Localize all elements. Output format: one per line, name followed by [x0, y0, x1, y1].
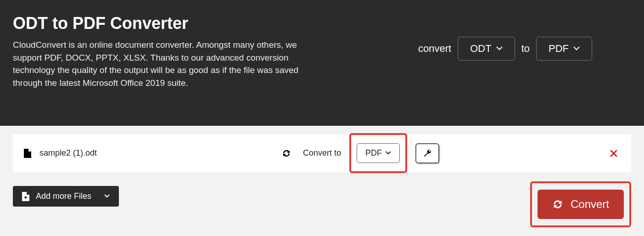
from-format-text: ODT [470, 43, 491, 55]
to-label: to [521, 43, 530, 55]
refresh-icon [552, 199, 563, 210]
page-description: CloudConvert is an online document conve… [13, 39, 316, 89]
file-row: sample2 (1).odt Convert to PDF [13, 134, 631, 172]
to-format-dropdown[interactable]: PDF [536, 37, 592, 61]
options-button[interactable] [415, 143, 439, 163]
add-more-files-button[interactable]: Add more Files [13, 186, 119, 207]
close-icon [610, 150, 617, 157]
convert-label: Convert [571, 198, 609, 211]
wrench-icon [423, 149, 432, 158]
target-format-text: PDF [365, 148, 382, 158]
convert-button[interactable]: Convert [538, 190, 624, 219]
file-plus-icon [22, 192, 29, 201]
file-icon [24, 149, 31, 158]
add-more-label: Add more Files [36, 191, 91, 201]
main-area: sample2 (1).odt Convert to PDF [0, 126, 644, 236]
hero-text: ODT to PDF Converter CloudConvert is an … [13, 14, 316, 89]
bottom-row: Add more Files Convert [13, 186, 631, 227]
convert-highlight: Convert [530, 181, 631, 227]
chevron-down-icon [386, 151, 391, 155]
target-format-dropdown[interactable]: PDF [357, 143, 400, 163]
convert-bar: convert ODT to PDF [418, 37, 631, 61]
page-title: ODT to PDF Converter [13, 14, 316, 33]
chevron-down-icon [573, 46, 580, 51]
refresh-icon[interactable] [282, 149, 291, 158]
target-format-highlight: PDF [349, 133, 407, 173]
convert-to-label: Convert to [303, 148, 341, 158]
chevron-down-icon [104, 194, 110, 198]
chevron-down-icon [496, 46, 503, 51]
convert-label: convert [418, 43, 451, 55]
file-name: sample2 (1).odt [39, 148, 274, 158]
hero-section: ODT to PDF Converter CloudConvert is an … [0, 0, 644, 126]
remove-file-button[interactable] [607, 147, 620, 160]
from-format-dropdown[interactable]: ODT [458, 37, 515, 61]
to-format-text: PDF [549, 43, 569, 55]
